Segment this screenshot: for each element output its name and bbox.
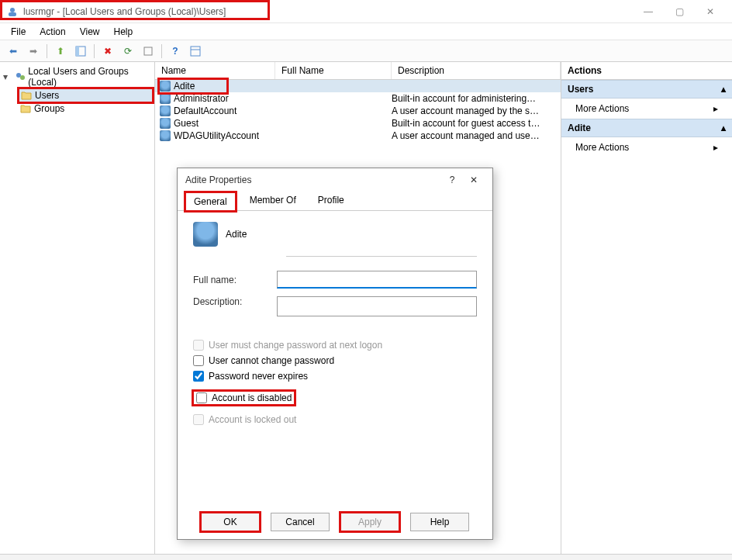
- statusbar: [0, 554, 732, 560]
- dialog-tabs: General Member Of Profile: [178, 192, 492, 211]
- account-disabled-checkbox[interactable]: [196, 392, 207, 403]
- svg-rect-5: [191, 47, 200, 56]
- collapse-icon: ▴: [721, 123, 726, 133]
- cannot-change-label: User cannot change password: [209, 355, 334, 366]
- never-expires-checkbox[interactable]: [193, 371, 204, 382]
- toolbar: ⬅ ➡ ⬆ ✖ ⟳ ?: [0, 40, 732, 62]
- dialog-help-button[interactable]: ?: [441, 175, 463, 185]
- row-name: DefaultAccount: [174, 105, 237, 116]
- user-icon: [160, 93, 171, 104]
- chevron-right-icon: ▸: [713, 142, 718, 153]
- app-icon: [6, 5, 19, 18]
- titlebar: lusrmgr - [Local Users and Groups (Local…: [0, 0, 732, 23]
- collapse-icon[interactable]: ▾: [3, 71, 12, 82]
- dialog-username: Adite: [226, 229, 247, 240]
- tree-root[interactable]: ▾ Local Users and Groups (Local): [2, 65, 153, 88]
- delete-button[interactable]: ✖: [99, 43, 116, 60]
- help-button[interactable]: Help: [410, 513, 469, 531]
- user-icon: [160, 130, 171, 141]
- actions-title: Actions: [561, 62, 732, 80]
- must-change-label: User must change password at next logon: [209, 340, 382, 351]
- fullname-input[interactable]: [277, 271, 477, 289]
- folder-icon: [20, 104, 31, 113]
- actions-more-users[interactable]: More Actions ▸: [561, 99, 732, 119]
- properties-button[interactable]: [187, 43, 204, 60]
- user-icon: [160, 105, 171, 116]
- cannot-change-checkbox[interactable]: [193, 355, 204, 366]
- account-disabled-label: Account is disabled: [212, 392, 292, 403]
- folder-icon: [21, 91, 32, 100]
- users-groups-icon: [15, 71, 25, 82]
- list-row[interactable]: DefaultAccount A user account managed by…: [155, 105, 561, 117]
- never-expires-label: Password never expires: [209, 371, 308, 382]
- apply-button[interactable]: Apply: [340, 513, 399, 531]
- back-button[interactable]: ⬅: [5, 43, 22, 60]
- tree-users[interactable]: Users: [19, 88, 153, 102]
- must-change-checkbox: [193, 340, 204, 351]
- actions-section-adite[interactable]: Adite ▴: [561, 119, 732, 137]
- tab-general[interactable]: General: [185, 192, 236, 211]
- window-title: lusrmgr - [Local Users and Groups (Local…: [23, 6, 633, 17]
- properties-dialog: Adite Properties ? ✕ General Member Of P…: [177, 168, 493, 540]
- minimize-button[interactable]: —: [633, 1, 664, 22]
- svg-point-7: [16, 73, 21, 78]
- show-hide-tree-button[interactable]: [72, 43, 89, 60]
- refresh-button[interactable]: ⟳: [119, 43, 136, 60]
- list-row[interactable]: Adite: [155, 80, 561, 92]
- up-button[interactable]: ⬆: [52, 43, 69, 60]
- list-header: Name Full Name Description: [155, 62, 561, 80]
- list-row[interactable]: Guest Built-in account for guest access …: [155, 117, 561, 130]
- col-description[interactable]: Description: [392, 62, 561, 79]
- menu-help[interactable]: Help: [108, 25, 140, 39]
- tree-groups[interactable]: Groups: [19, 102, 153, 115]
- tree-users-label: Users: [35, 90, 59, 101]
- actions-pane: Actions Users ▴ More Actions ▸ Adite ▴ M…: [561, 62, 732, 554]
- fullname-label: Full name:: [193, 275, 271, 285]
- description-input[interactable]: [277, 296, 477, 316]
- row-name: Guest: [174, 118, 199, 129]
- description-label: Description:: [193, 296, 271, 307]
- dialog-title-text: Adite Properties: [185, 175, 251, 185]
- locked-out-checkbox: [193, 414, 204, 425]
- svg-point-8: [20, 75, 25, 80]
- chevron-right-icon: ▸: [713, 103, 718, 114]
- locked-out-label: Account is locked out: [209, 414, 296, 425]
- maximize-button[interactable]: ▢: [664, 1, 695, 22]
- user-icon: [160, 81, 171, 92]
- tab-member-of[interactable]: Member Of: [242, 192, 304, 210]
- svg-point-0: [10, 8, 15, 12]
- row-desc: A user account managed by the s…: [392, 105, 561, 116]
- col-name[interactable]: Name: [155, 62, 275, 79]
- help-toolbar-button[interactable]: ?: [167, 43, 184, 60]
- col-fullname[interactable]: Full Name: [275, 62, 392, 79]
- user-icon: [160, 118, 171, 129]
- row-desc: A user account managed and use…: [392, 130, 561, 141]
- forward-button[interactable]: ➡: [25, 43, 42, 60]
- actions-more-adite[interactable]: More Actions ▸: [561, 137, 732, 157]
- dialog-buttons: OK Cancel Apply Help: [178, 513, 492, 531]
- tree-groups-label: Groups: [34, 103, 64, 114]
- menu-action[interactable]: Action: [33, 25, 71, 39]
- menu-file[interactable]: File: [5, 25, 32, 39]
- collapse-icon: ▴: [721, 84, 726, 95]
- row-desc: Built-in account for guest access t…: [392, 118, 561, 129]
- cancel-button[interactable]: Cancel: [271, 513, 330, 531]
- svg-rect-4: [144, 47, 152, 55]
- dialog-close-button[interactable]: ✕: [463, 175, 485, 185]
- row-name: Administrator: [174, 93, 229, 104]
- row-name: WDAGUtilityAccount: [174, 130, 259, 141]
- export-button[interactable]: [140, 43, 157, 60]
- menu-view[interactable]: View: [74, 25, 106, 39]
- dialog-titlebar: Adite Properties ? ✕: [178, 168, 492, 192]
- ok-button[interactable]: OK: [201, 513, 260, 531]
- tab-profile[interactable]: Profile: [310, 192, 352, 210]
- list-row[interactable]: Administrator Built-in account for admin…: [155, 92, 561, 105]
- svg-rect-1: [9, 12, 16, 16]
- list-row[interactable]: WDAGUtilityAccount A user account manage…: [155, 130, 561, 142]
- tree-root-label: Local Users and Groups (Local): [28, 66, 151, 88]
- menubar: File Action View Help: [0, 23, 732, 40]
- actions-section-users[interactable]: Users ▴: [561, 80, 732, 99]
- row-name: Adite: [174, 81, 195, 92]
- svg-rect-3: [76, 47, 79, 56]
- close-button[interactable]: ✕: [695, 1, 726, 22]
